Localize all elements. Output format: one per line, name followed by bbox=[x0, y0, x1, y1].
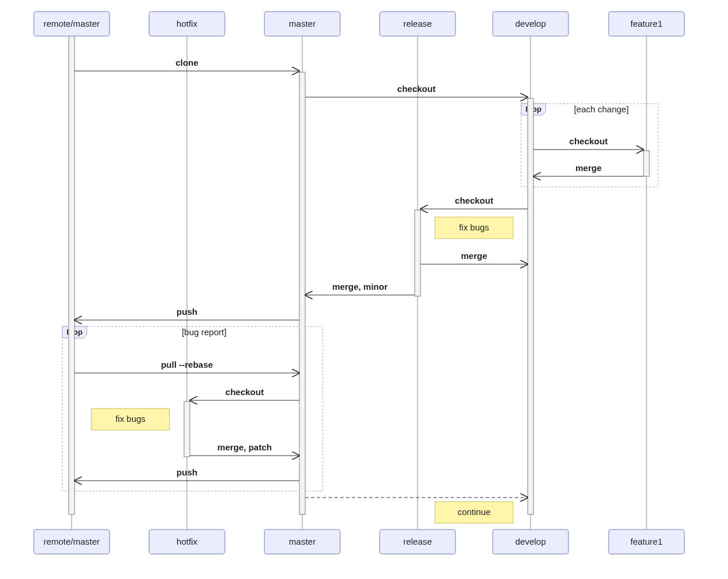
sequence-diagram: loop[each change]loop[bug report] clonec… bbox=[0, 0, 728, 579]
participant-label: feature1 bbox=[630, 537, 662, 546]
activation-bar bbox=[69, 36, 75, 514]
participant-label: master bbox=[289, 19, 316, 29]
participant-label: develop bbox=[515, 19, 546, 29]
participant-label: remote/master bbox=[44, 19, 100, 29]
participant-label: release bbox=[403, 537, 432, 546]
loop-condition: [bug report] bbox=[182, 327, 227, 337]
note-text: fix bugs bbox=[459, 222, 489, 232]
message-label: push bbox=[176, 307, 197, 317]
message-label: checkout bbox=[570, 136, 608, 146]
activation-bar bbox=[299, 72, 305, 514]
message-label: merge bbox=[575, 163, 602, 173]
note-text: continue bbox=[458, 507, 491, 517]
message-label: checkout bbox=[225, 387, 264, 397]
participant-label: hotfix bbox=[176, 537, 197, 546]
activation-bar bbox=[644, 151, 649, 176]
participant-label: master bbox=[289, 537, 316, 546]
message-label: merge, patch bbox=[217, 442, 271, 452]
message-label: checkout bbox=[397, 84, 436, 94]
message-label: merge bbox=[461, 251, 487, 261]
note-text: fix bugs bbox=[115, 414, 146, 424]
loop-condition: [each change] bbox=[574, 104, 628, 114]
message-label: merge, minor bbox=[332, 282, 387, 292]
activation-bar bbox=[528, 98, 533, 514]
message-label: checkout bbox=[455, 196, 493, 205]
participant-label: hotfix bbox=[176, 19, 197, 29]
participant-label: develop bbox=[515, 537, 546, 546]
participant-label: remote/master bbox=[44, 537, 100, 546]
activation-bar bbox=[415, 210, 420, 296]
activation-bar bbox=[184, 402, 190, 457]
participant-label: feature1 bbox=[630, 19, 662, 29]
participant-label: release bbox=[403, 19, 432, 29]
message-label: clone bbox=[175, 58, 198, 68]
message-label: push bbox=[176, 467, 197, 477]
message-label: pull --rebase bbox=[161, 360, 213, 370]
